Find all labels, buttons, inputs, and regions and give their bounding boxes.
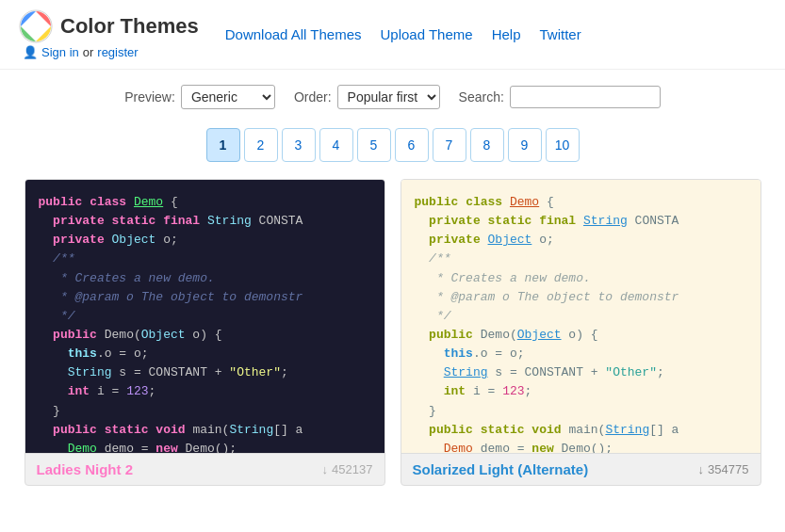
theme-card-ladies-night-2: public class Demo { private static final… — [25, 179, 385, 486]
upload-theme-link[interactable]: Upload Theme — [381, 26, 473, 42]
search-label: Search: — [459, 89, 504, 105]
auth-or: or — [83, 45, 94, 59]
theme-preview-dark[interactable]: public class Demo { private static final… — [25, 180, 384, 453]
sign-in-link[interactable]: Sign in — [41, 45, 79, 59]
site-title[interactable]: Color Themes — [60, 14, 199, 39]
svg-point-1 — [30, 21, 41, 32]
theme-preview-light[interactable]: public class Demo { private static final… — [401, 180, 760, 453]
order-select[interactable]: Popular first Newest first Name A-Z — [337, 85, 440, 109]
help-link[interactable]: Help — [492, 26, 521, 42]
preview-label: Preview: — [124, 89, 175, 105]
logo-icon — [19, 9, 53, 43]
preview-control: Preview: Generic Java JavaScript CSS HTM… — [124, 85, 275, 109]
theme-name-solarized[interactable]: Solarized Light (Alternate) — [413, 461, 589, 477]
page-6-btn[interactable]: 6 — [395, 128, 429, 162]
page-2-btn[interactable]: 2 — [244, 128, 278, 162]
download-count-solarized: ↓ 354775 — [698, 462, 749, 476]
page-1-btn[interactable]: 1 — [206, 128, 240, 162]
header-left: Color Themes 👤 Sign in or register — [19, 9, 199, 59]
twitter-link[interactable]: Twitter — [540, 26, 581, 42]
search-input[interactable] — [510, 86, 661, 108]
register-link[interactable]: register — [97, 45, 138, 59]
page-3-btn[interactable]: 3 — [282, 128, 316, 162]
download-count-value: 452137 — [332, 462, 372, 476]
order-control: Order: Popular first Newest first Name A… — [294, 85, 440, 109]
controls-bar: Preview: Generic Java JavaScript CSS HTM… — [0, 70, 785, 119]
page-7-btn[interactable]: 7 — [433, 128, 466, 162]
site-header: Color Themes 👤 Sign in or register Downl… — [0, 0, 785, 70]
theme-name-ladies-night[interactable]: Ladies Night 2 — [37, 461, 134, 477]
order-label: Order: — [294, 89, 332, 105]
auth-row: 👤 Sign in or register — [23, 45, 199, 59]
theme-footer-light: Solarized Light (Alternate) ↓ 354775 — [401, 453, 760, 485]
user-icon: 👤 — [23, 45, 38, 59]
theme-card-solarized-light: public class Demo { private static final… — [401, 179, 761, 486]
download-all-link[interactable]: Download All Themes — [225, 26, 362, 42]
page-4-btn[interactable]: 4 — [319, 128, 353, 162]
download-arrow-icon: ↓ — [322, 462, 329, 476]
pagination: 1 2 3 4 5 6 7 8 9 10 — [0, 119, 785, 179]
header-nav: Download All Themes Upload Theme Help Tw… — [225, 26, 581, 42]
download-count-ladies-night: ↓ 452137 — [322, 462, 373, 476]
page-9-btn[interactable]: 9 — [508, 128, 542, 162]
logo-area: Color Themes — [19, 9, 199, 43]
search-control: Search: — [459, 86, 661, 108]
page-5-btn[interactable]: 5 — [357, 128, 391, 162]
page-10-btn[interactable]: 10 — [546, 128, 580, 162]
download-arrow-icon-2: ↓ — [698, 462, 705, 476]
preview-select[interactable]: Generic Java JavaScript CSS HTML — [181, 85, 275, 109]
page-8-btn[interactable]: 8 — [470, 128, 504, 162]
themes-grid: public class Demo { private static final… — [0, 179, 785, 505]
download-count-value-2: 354775 — [708, 462, 748, 476]
theme-footer-dark: Ladies Night 2 ↓ 452137 — [25, 453, 384, 485]
